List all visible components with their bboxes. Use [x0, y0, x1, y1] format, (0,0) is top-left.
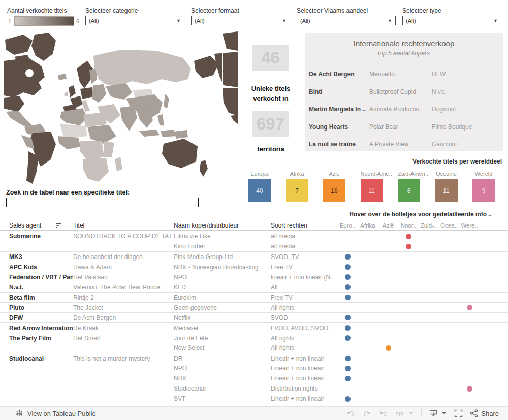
table-row[interactable]: APC KidsHawa & AdamNRK - Norwegian Broad… [0, 262, 508, 272]
download-button[interactable] [429, 409, 447, 417]
color-legend-gradient[interactable] [14, 16, 74, 26]
region-count-square[interactable]: 7 [286, 179, 308, 202]
rights-dot[interactable] [345, 274, 351, 280]
table-row[interactable]: NPOLineair + non lineair [0, 363, 508, 373]
redo-button[interactable] [362, 410, 371, 417]
top5-row[interactable]: De Acht BergenMenuettoDFW [305, 66, 503, 83]
rights-dot[interactable] [345, 284, 351, 290]
region-count-square[interactable]: 8 [398, 179, 420, 202]
sort-icon[interactable] [55, 222, 62, 228]
search-input[interactable] [6, 198, 199, 207]
rights-dot[interactable] [406, 244, 411, 249]
filter-dropdown-vlaams-aandeel[interactable]: (All) ▼ [297, 16, 396, 25]
table-row[interactable]: Kino Lorberall media [0, 241, 508, 251]
column-header-sales-agent[interactable]: Sales agent [0, 222, 73, 229]
top5-cell: Young Hearts [305, 123, 369, 131]
region-count-square[interactable]: 11 [435, 179, 458, 202]
filter-dropdown-type[interactable]: (All) ▼ [402, 16, 501, 25]
table-row[interactable]: MK3De helaasheid der dingenPink Media Gr… [0, 251, 508, 262]
filter-dropdown-categorie[interactable]: (All) ▼ [85, 16, 184, 25]
table-row[interactable]: SubmarineSOUNDTRACK TO A COUP D'ÉTATFilm… [0, 231, 508, 241]
region-count-square[interactable]: 40 [248, 179, 271, 202]
dot-column-header[interactable]: Afrika [358, 222, 378, 229]
table-row[interactable]: SVTLineair + non lineair [0, 394, 508, 404]
dot-cell [337, 231, 358, 241]
table-row[interactable]: The Party FilmHet SmeltJour de FêteAll r… [0, 333, 508, 343]
rights-dot[interactable] [467, 386, 472, 392]
rights-dot[interactable] [386, 345, 391, 351]
refresh-button[interactable] [395, 410, 414, 417]
rights-dot[interactable] [345, 335, 351, 341]
column-header-label: Sales agent [9, 222, 41, 229]
cell-rights: All rights [271, 344, 337, 351]
region-count-square[interactable]: 16 [323, 179, 345, 202]
dot-cell [398, 333, 419, 343]
table-row[interactable]: PlutoThe JacketGeen gegevensAll rights [0, 302, 508, 312]
cell-buyer: Studiocanal [174, 385, 271, 392]
rights-dot[interactable] [467, 305, 472, 310]
cell-agent: DFW [0, 314, 73, 321]
cell-agent: N.v.t. [0, 284, 73, 291]
rights-dot[interactable] [345, 254, 351, 260]
top5-row[interactable]: La nuit se traîneA Private ViewGaumont [305, 136, 503, 153]
dot-column-header[interactable]: Zuid-.. [419, 222, 439, 229]
dot-cell [358, 353, 378, 364]
dot-column-header[interactable]: Azië [378, 222, 398, 229]
view-on-tableau-public-button[interactable]: View on Tableau Public [15, 409, 96, 417]
table-row[interactable]: N.v.t.Valemon: The Polar Bear PrinceKFDA… [0, 282, 508, 292]
dot-cell [337, 313, 358, 323]
rights-dot[interactable] [406, 234, 411, 239]
dot-cells [337, 272, 480, 282]
dot-cell [337, 343, 358, 353]
dot-columns: Euro..AfrikaAziëNoor..Zuid-..Ocea..Were.… [337, 222, 480, 229]
top5-cell: DFW [432, 71, 499, 78]
table-row[interactable]: Federation / VRT / Pane..Het VaticaanNPO… [0, 272, 508, 282]
revert-button[interactable] [378, 410, 388, 417]
top5-row[interactable]: Martin Margiela In ..Aminata Productio..… [305, 101, 503, 118]
dot-cell [378, 373, 398, 383]
top5-cell: N.v.t. [432, 88, 499, 95]
dot-cell [398, 272, 419, 282]
filter-dropdown-formaat[interactable]: (All) ▼ [191, 16, 290, 25]
table-row[interactable]: DFWDe Acht BergenNetflixSVOD [0, 312, 508, 322]
region-count-square[interactable]: 11 [361, 179, 383, 202]
rights-dot[interactable] [345, 366, 351, 371]
region-cell: Wereld9 [472, 171, 495, 202]
share-button[interactable]: Share [470, 409, 499, 417]
dot-column-header[interactable]: Noor.. [398, 222, 419, 229]
region-count-square[interactable]: 9 [472, 179, 495, 202]
column-header-koper[interactable]: Naam koper/distributeur [174, 222, 271, 229]
dot-cell [358, 383, 378, 394]
column-header-rechten[interactable]: Soort rechten [271, 222, 337, 229]
rights-dot[interactable] [345, 325, 351, 331]
dot-column-header[interactable]: Euro.. [337, 222, 358, 229]
world-map-choropleth[interactable] [4, 31, 238, 184]
rights-dot[interactable] [345, 396, 351, 402]
column-header-titel[interactable]: Titel [73, 222, 174, 229]
table-row[interactable]: StudiocanalDistribution rights [0, 383, 508, 394]
dot-cell [358, 343, 378, 353]
undo-button[interactable] [346, 410, 355, 417]
dot-cell [439, 394, 459, 404]
rights-dot[interactable] [345, 295, 351, 300]
fullscreen-button[interactable] [454, 409, 463, 417]
dot-column-header[interactable]: Ocea.. [439, 222, 459, 229]
dot-cells [337, 333, 480, 343]
table-row[interactable]: New SelectAll rights [0, 343, 508, 353]
rights-dot[interactable] [345, 376, 351, 381]
dot-column-header[interactable]: Were.. [459, 222, 480, 229]
table-row[interactable]: Beta filmRintje 2EurokimFree TV [0, 292, 508, 302]
dot-cell [358, 262, 378, 272]
table-row[interactable]: StudiocanalThis is not a murder mysteryD… [0, 353, 508, 363]
table-row[interactable]: NRKLineair + non lineair [0, 373, 508, 383]
top5-row[interactable]: Young HeartsPolar BearFilms Boutique [305, 118, 503, 136]
dropdown-value: (All) [406, 18, 416, 24]
table-row[interactable]: Red Arrow InternationalDe KraakMediasetF… [0, 322, 508, 333]
cell-title: Het Smelt [73, 335, 174, 342]
rights-dot[interactable] [345, 264, 351, 270]
top5-row[interactable]: BintiBulletproof CupidN.v.t. [305, 83, 503, 101]
dropdown-value: (All) [195, 18, 205, 24]
rights-dot[interactable] [345, 356, 351, 361]
view-on-tableau-public-label: View on Tableau Public [27, 410, 96, 417]
rights-dot[interactable] [345, 315, 351, 320]
